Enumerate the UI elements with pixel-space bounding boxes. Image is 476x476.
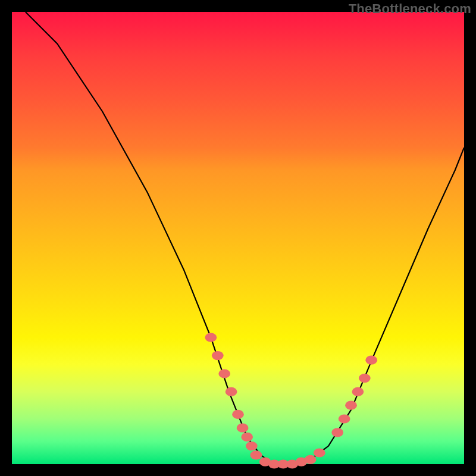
curve-line [26,12,464,464]
marker-dot [241,433,253,441]
watermark-text: TheBottleneck.com [349,1,471,17]
marker-dot [205,333,217,342]
data-markers [205,333,378,469]
marker-dot [250,450,262,459]
marker-dot [246,441,258,450]
marker-dot [314,448,325,457]
marker-dot [226,387,237,396]
chart-svg [12,12,464,464]
marker-dot [359,374,371,383]
marker-dot [218,369,230,378]
marker-dot [345,401,357,410]
marker-dot [232,410,244,419]
chart-container: TheBottleneck.com [0,0,476,476]
marker-dot [212,351,224,360]
marker-dot [305,455,317,464]
marker-dot [331,428,343,437]
marker-dot [365,356,377,365]
marker-dot [352,387,364,396]
marker-dot [339,414,350,423]
marker-dot [237,424,249,433]
